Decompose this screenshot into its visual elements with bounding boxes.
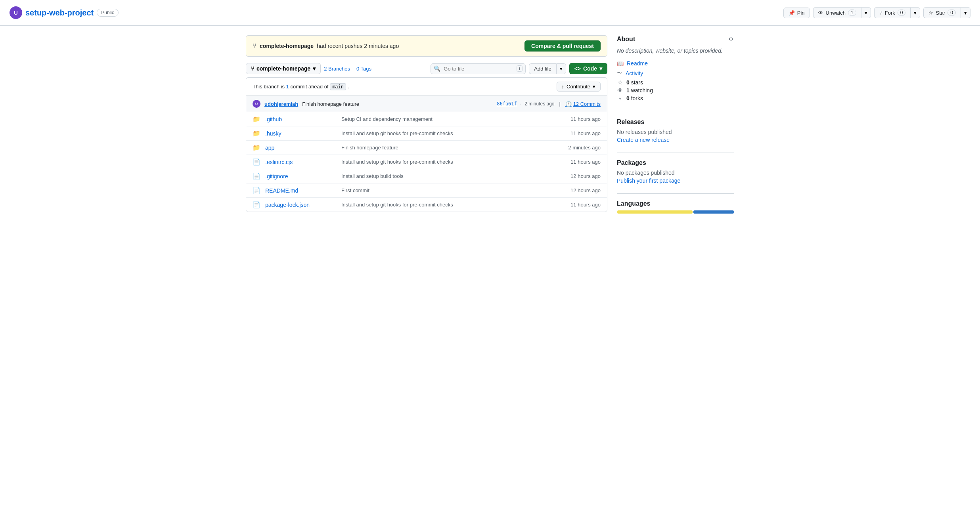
- contribute-button[interactable]: ↑ Contribute ▾: [557, 82, 601, 92]
- repo-name[interactable]: setup-web-project: [25, 8, 94, 17]
- commit-meta-divider: |: [559, 101, 561, 107]
- book-icon: 📖: [617, 60, 624, 67]
- tags-link[interactable]: 0 Tags: [356, 66, 371, 72]
- file-name-link[interactable]: README.md: [265, 187, 337, 194]
- code-icon: <>: [574, 65, 581, 72]
- fork-button[interactable]: ⑂ Fork 0: [874, 7, 911, 18]
- code-button-group: <> Code ▾: [569, 63, 607, 74]
- file-time: 2 minutes ago: [568, 145, 601, 151]
- file-icon: 📄: [253, 158, 260, 166]
- file-name-link[interactable]: .eslintrc.cjs: [265, 159, 337, 165]
- about-settings-button[interactable]: ⚙: [728, 35, 734, 43]
- search-file-input[interactable]: [431, 63, 526, 74]
- about-title: About ⚙: [617, 35, 734, 43]
- push-banner: ⑂ complete-homepage had recent pushes 2 …: [246, 35, 607, 57]
- commit-avatar: U: [253, 100, 260, 108]
- branch-ahead-count[interactable]: 1: [286, 84, 291, 90]
- file-name-link[interactable]: .gitignore: [265, 173, 337, 180]
- fork-dropdown-button[interactable]: ▾: [910, 7, 920, 18]
- add-file-button[interactable]: Add file: [529, 63, 556, 74]
- readme-label: Readme: [627, 60, 648, 67]
- fork-count: 0: [898, 10, 906, 16]
- visibility-badge: Public: [97, 9, 119, 17]
- branches-tags: 2 Branches 0 Tags: [324, 66, 371, 72]
- branch-selector-icon: ⑂: [251, 65, 254, 72]
- chevron-down-icon-star: ▾: [964, 10, 967, 16]
- add-file-group: Add file ▾: [529, 63, 566, 74]
- file-name-link[interactable]: .github: [265, 116, 337, 122]
- file-commit-msg: Install and setup git hooks for pre-comm…: [341, 202, 566, 208]
- star-button[interactable]: ☆ Star 0: [923, 7, 961, 18]
- sidebar-divider-2: [617, 153, 734, 153]
- file-commit-msg: Setup CI and dependency management: [341, 116, 566, 122]
- code-dropdown-icon: ▾: [599, 65, 602, 72]
- file-time: 11 hours ago: [570, 116, 601, 122]
- push-banner-text: ⑂ complete-homepage had recent pushes 2 …: [253, 42, 399, 50]
- file-time: 12 hours ago: [570, 187, 601, 193]
- no-releases-text: No releases published: [617, 129, 734, 135]
- add-file-dropdown[interactable]: ▾: [556, 63, 566, 74]
- file-name-link[interactable]: .husky: [265, 130, 337, 137]
- table-row: 📄 package-lock.json Install and setup gi…: [246, 198, 607, 212]
- unwatch-dropdown-button[interactable]: ▾: [861, 7, 871, 18]
- sidebar-divider-3: [617, 193, 734, 194]
- about-section: About ⚙ No description, website, or topi…: [617, 35, 734, 102]
- avatar: U: [10, 6, 22, 19]
- forks-count: 0 forks: [626, 95, 643, 101]
- search-shortcut: t: [517, 65, 523, 72]
- unwatch-count: 1: [848, 10, 856, 16]
- repo-sidebar: About ⚙ No description, website, or topi…: [617, 35, 734, 223]
- commit-sha[interactable]: 86fa61f: [497, 101, 517, 107]
- file-name-link[interactable]: app: [265, 145, 337, 151]
- activity-label: Activity: [626, 70, 643, 76]
- search-file-wrapper: 🔍 t: [431, 63, 526, 74]
- star-icon: ☆: [928, 10, 933, 16]
- file-commit-msg: Finish homepage feature: [341, 145, 563, 151]
- commit-meta: 86fa61f · 2 minutes ago | 🕐 12 Commits: [497, 101, 601, 107]
- create-release-link[interactable]: Create a new release: [617, 137, 670, 143]
- star-button-group: ☆ Star 0 ▾: [923, 7, 970, 18]
- activity-link[interactable]: 〜 Activity: [617, 68, 734, 78]
- star-dropdown-button[interactable]: ▾: [961, 7, 970, 18]
- publish-package-link[interactable]: Publish your first package: [617, 178, 680, 184]
- current-branch: complete-homepage: [256, 65, 310, 72]
- branch-selector[interactable]: ⑂ complete-homepage ▾: [246, 63, 321, 74]
- releases-section: Releases No releases published Create a …: [617, 118, 734, 143]
- readme-link[interactable]: 📖 Readme: [617, 59, 734, 68]
- commits-count-link[interactable]: 🕐 12 Commits: [565, 101, 601, 107]
- unwatch-button[interactable]: 👁 Unwatch 1: [813, 7, 861, 18]
- stars-count: 0 stars: [626, 79, 643, 86]
- file-time: 11 hours ago: [570, 130, 601, 136]
- pin-button-group: 📌 Pin: [783, 8, 810, 18]
- branch-ahead-text: This branch is 1 commit ahead of main .: [253, 84, 349, 90]
- table-row: 📁 .husky Install and setup git hooks for…: [246, 126, 607, 141]
- file-name-link[interactable]: package-lock.json: [265, 202, 337, 208]
- eye-stat-icon: 👁: [617, 87, 623, 94]
- commit-user[interactable]: udohjeremiah: [264, 101, 298, 107]
- code-button[interactable]: <> Code ▾: [569, 63, 607, 74]
- contribute-dropdown-icon: ▾: [593, 84, 595, 90]
- branch-icon: ⑂: [253, 42, 256, 50]
- pin-button[interactable]: 📌 Pin: [783, 8, 810, 18]
- releases-title: Releases: [617, 118, 734, 126]
- base-branch-code: main: [330, 83, 346, 90]
- fork-button-group: ⑂ Fork 0 ▾: [874, 7, 921, 18]
- fork-stat-icon: ⑂: [617, 95, 623, 101]
- main-content: ⑂ complete-homepage had recent pushes 2 …: [236, 26, 744, 223]
- branch-dropdown-icon: ▾: [313, 65, 316, 72]
- star-stat-icon: ☆: [617, 79, 623, 86]
- folder-icon: 📁: [253, 115, 260, 123]
- file-commit-msg: First commit: [341, 187, 566, 193]
- branches-link[interactable]: 2 Branches: [324, 66, 350, 72]
- about-description: No description, website, or topics provi…: [617, 48, 734, 54]
- language-segment: [693, 210, 734, 214]
- push-banner-message: had recent pushes 2 minutes ago: [317, 43, 399, 49]
- file-time: 11 hours ago: [570, 202, 601, 208]
- folder-icon: 📁: [253, 144, 260, 151]
- chevron-down-icon: ▾: [865, 10, 867, 16]
- pin-icon: 📌: [789, 10, 795, 16]
- folder-icon: 📁: [253, 130, 260, 137]
- stars-stat: ☆ 0 stars: [617, 78, 734, 86]
- compare-pull-request-button[interactable]: Compare & pull request: [524, 40, 601, 52]
- push-branch-name: complete-homepage: [260, 43, 314, 49]
